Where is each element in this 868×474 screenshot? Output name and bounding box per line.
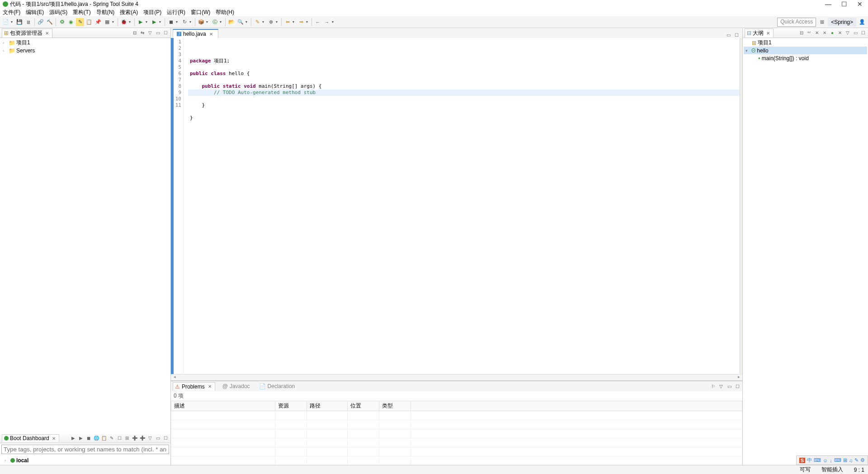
open-perspective-icon[interactable]: ⊞ bbox=[818, 18, 826, 26]
outline-sort-icon[interactable]: ᵃᶻ bbox=[806, 30, 812, 36]
outline-tool-6-icon[interactable]: ✕ bbox=[837, 30, 843, 36]
maximize-view-icon[interactable]: ☐ bbox=[162, 435, 169, 441]
close-button[interactable]: ✕ bbox=[857, 0, 863, 8]
debug-icon[interactable]: ❂ bbox=[58, 18, 66, 26]
fold-bar[interactable] bbox=[184, 38, 188, 374]
highlight-icon[interactable]: ✎ bbox=[76, 18, 84, 26]
boot-tool-10-icon[interactable]: ➕ bbox=[139, 435, 146, 441]
menu-source[interactable]: 源码(S) bbox=[49, 9, 67, 16]
perspective-icon[interactable]: 👤 bbox=[858, 18, 866, 26]
menu-file[interactable]: 文件(F) bbox=[3, 9, 20, 16]
outline-tool-3-icon[interactable]: ✕ bbox=[814, 30, 820, 36]
minimize-button[interactable]: — bbox=[825, 0, 831, 8]
boot-root-item[interactable]: › local bbox=[3, 456, 168, 464]
task-icon[interactable]: ✎ bbox=[253, 18, 261, 26]
boot-tool-3-icon[interactable]: ◼ bbox=[85, 435, 92, 441]
minimize-view-icon[interactable]: ▭ bbox=[155, 435, 161, 441]
maximize-view-icon[interactable]: ☐ bbox=[162, 30, 169, 36]
back-icon[interactable]: ⬅ bbox=[283, 18, 292, 26]
maximize-editor-icon[interactable]: ☐ bbox=[733, 32, 740, 38]
minimize-view-icon[interactable]: ▭ bbox=[726, 383, 732, 389]
menu-help[interactable]: 帮助(H) bbox=[216, 9, 234, 16]
tree-item-servers[interactable]: › 📁 Servers bbox=[1, 47, 170, 54]
menu-run[interactable]: 运行(R) bbox=[167, 9, 185, 16]
minimize-view-icon[interactable]: ▭ bbox=[155, 30, 161, 36]
outline-tool-4-icon[interactable]: ✕ bbox=[821, 30, 828, 36]
maximize-view-icon[interactable]: ☐ bbox=[734, 383, 741, 389]
minimize-view-icon[interactable]: ▭ bbox=[852, 30, 859, 36]
link-editor-icon[interactable]: ⇆ bbox=[139, 30, 146, 36]
col-description[interactable]: 描述 bbox=[171, 401, 275, 411]
new-class-icon[interactable]: Ⓒ bbox=[211, 18, 219, 26]
view-menu-icon[interactable]: ▽ bbox=[718, 383, 724, 389]
col-path[interactable]: 路径 bbox=[307, 401, 348, 411]
boot-tool-7-icon[interactable]: ☐ bbox=[116, 435, 123, 441]
minimize-editor-icon[interactable]: ▭ bbox=[725, 32, 731, 38]
outline-item-class[interactable]: ▾ Θ hello bbox=[744, 47, 867, 54]
stop2-icon[interactable]: ◼ bbox=[167, 18, 175, 26]
editor-hscroll[interactable]: ◂ ▸ bbox=[171, 374, 742, 380]
relaunch-icon[interactable]: ↻ bbox=[180, 18, 189, 26]
boot-tool-5-icon[interactable]: 📋 bbox=[101, 435, 107, 441]
editor-body[interactable]: 1234567891011 package 项目1; public class … bbox=[171, 38, 742, 374]
scroll-right-icon[interactable]: ▸ bbox=[735, 374, 742, 380]
run-icon[interactable]: ▶ bbox=[137, 18, 145, 26]
open-type-icon[interactable]: 📂 bbox=[227, 18, 236, 26]
new-package-icon[interactable]: 📦 bbox=[197, 18, 205, 26]
code-area[interactable]: package 项目1; public class hello { public… bbox=[188, 38, 740, 374]
maximize-button[interactable]: ☐ bbox=[841, 0, 847, 8]
menu-window[interactable]: 窗口(W) bbox=[191, 9, 210, 16]
ime-down-icon[interactable]: ↓ bbox=[830, 458, 832, 463]
ime-music-icon[interactable]: ♫ bbox=[849, 458, 853, 463]
boot-tool-2-icon[interactable]: ▶ bbox=[78, 435, 84, 441]
close-tab-icon[interactable]: ✕ bbox=[208, 31, 214, 37]
boot-tool-1-icon[interactable]: ▶ bbox=[70, 435, 76, 441]
close-view-icon[interactable]: ✕ bbox=[44, 30, 50, 36]
ime-bar[interactable]: S 中 ⌨ ☺ ↓ ⌨ ⊞ ♫ ✎ ⚙ bbox=[796, 455, 868, 465]
package-explorer-tree[interactable]: › 📁 项目1 › 📁 Servers bbox=[0, 38, 170, 433]
expand-arrow-icon[interactable]: › bbox=[3, 41, 7, 45]
close-tab-icon[interactable]: ✕ bbox=[207, 384, 213, 390]
tab-problems[interactable]: ⚠ Problems ✕ bbox=[173, 382, 215, 391]
annotation-icon[interactable]: ⊕ bbox=[267, 18, 275, 26]
ime-lang[interactable]: 中 bbox=[807, 457, 812, 464]
ime-sogou-icon[interactable]: S bbox=[799, 458, 805, 463]
view-menu-icon[interactable]: ▽ bbox=[147, 435, 153, 441]
expand-arrow-icon[interactable]: › bbox=[5, 458, 9, 463]
link-icon[interactable]: 🔗 bbox=[37, 18, 45, 26]
forward-icon[interactable]: ➡ bbox=[297, 18, 305, 26]
search-icon[interactable]: 🔍 bbox=[236, 18, 245, 26]
ime-kb2-icon[interactable]: ⌨ bbox=[834, 457, 841, 463]
filter-icon[interactable]: ⚐ bbox=[710, 383, 716, 389]
boot-tree[interactable]: › local bbox=[0, 455, 170, 465]
menu-search[interactable]: 搜索(A) bbox=[120, 9, 138, 16]
ime-emoji-icon[interactable]: ☺ bbox=[823, 458, 828, 463]
ime-grid-icon[interactable]: ⊞ bbox=[843, 457, 847, 463]
build-icon[interactable]: 🔨 bbox=[46, 18, 54, 26]
maximize-view-icon[interactable]: ☐ bbox=[860, 30, 866, 36]
nav-fwd-icon[interactable]: → bbox=[323, 18, 331, 26]
tab-declaration[interactable]: 📄 Declaration bbox=[257, 382, 297, 390]
view-menu-icon[interactable]: ▽ bbox=[844, 30, 851, 36]
stop-icon[interactable]: ▦ bbox=[103, 18, 111, 26]
scroll-left-icon[interactable]: ◂ bbox=[171, 374, 178, 380]
menu-edit[interactable]: 编辑(E) bbox=[26, 9, 44, 16]
boot-tool-9-icon[interactable]: ➕ bbox=[132, 435, 138, 441]
outline-tool-1-icon[interactable]: ⊟ bbox=[798, 30, 805, 36]
ime-pen-icon[interactable]: ✎ bbox=[854, 457, 859, 463]
collapse-all-icon[interactable]: ⊟ bbox=[132, 30, 138, 36]
outline-tree[interactable]: ⊞ 项目1 ▾ Θ hello ● main(String[]) : void bbox=[743, 38, 868, 63]
ime-kb-icon[interactable]: ⌨ bbox=[814, 457, 821, 463]
col-type[interactable]: 类型 bbox=[379, 401, 411, 411]
tree-item-project1[interactable]: › 📁 项目1 bbox=[1, 39, 170, 47]
bug-icon[interactable]: 🐞 bbox=[120, 18, 128, 26]
problems-table[interactable]: 描述 资源 路径 位置 类型 bbox=[171, 401, 742, 465]
menu-project[interactable]: 项目(P) bbox=[143, 9, 161, 16]
toggle-icon[interactable]: 📋 bbox=[85, 18, 93, 26]
perspective-spring[interactable]: <Spring> bbox=[828, 18, 856, 27]
tab-javadoc[interactable]: @ Javadoc bbox=[221, 382, 252, 390]
close-view-icon[interactable]: ✕ bbox=[51, 435, 57, 441]
col-resource[interactable]: 资源 bbox=[275, 401, 307, 411]
outline-item-package[interactable]: ⊞ 项目1 bbox=[744, 39, 867, 47]
boot-tool-4-icon[interactable]: 🌐 bbox=[93, 435, 99, 441]
